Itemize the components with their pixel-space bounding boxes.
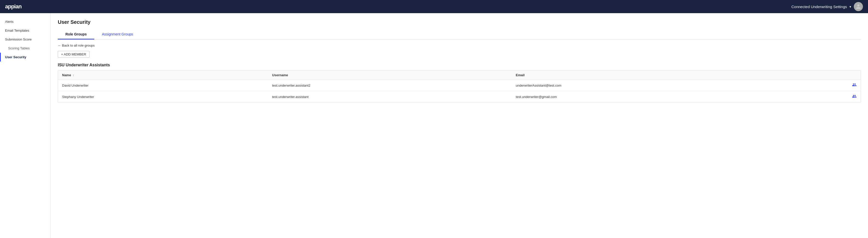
cell-email-1: test.underwriter@gmail.com (512, 91, 794, 103)
cell-name-1: Stephany Underwriter (58, 91, 268, 103)
table-row: Stephany Underwriter test.underwriter.as… (58, 91, 861, 103)
sidebar: Alerts Email Templates Submission Score … (0, 13, 51, 238)
sidebar-item-user-security[interactable]: User Security (0, 53, 51, 62)
group-title: ISU Underwriter Assistants (58, 63, 861, 67)
table-row: David Underwriter test.underwriter.assis… (58, 80, 861, 91)
col-header-action (794, 71, 861, 80)
cell-action-0[interactable] (794, 80, 861, 91)
tab-role-groups[interactable]: Role Groups (58, 30, 94, 39)
col-header-name: Name ↑ (58, 71, 268, 80)
settings-dropdown[interactable]: ▾ (849, 5, 851, 9)
sidebar-item-alerts[interactable]: Alerts (0, 17, 51, 26)
cell-username-0: test.underwriter.assistant2 (268, 80, 512, 91)
back-to-role-groups-link[interactable]: ← Back to all role groups (58, 43, 861, 47)
app-header: appian Connected Underwriting Settings ▾ (0, 0, 868, 13)
members-table: Name ↑ Username Email (58, 71, 861, 102)
avatar[interactable] (854, 2, 863, 11)
cell-action-1[interactable] (794, 91, 861, 103)
appian-logo: appian (5, 3, 22, 10)
main-content: User Security Role Groups Assignment Gro… (51, 13, 868, 238)
col-header-email: Email (512, 71, 794, 80)
cell-email-0: underwriterAssistant@test.com (512, 80, 794, 91)
sort-icon[interactable]: ↑ (72, 74, 74, 77)
cell-name-0: David Underwriter (58, 80, 268, 91)
sidebar-item-submission-score[interactable]: Submission Score (0, 35, 51, 44)
tab-bar: Role Groups Assignment Groups (58, 30, 861, 39)
table-header-row: Name ↑ Username Email (58, 71, 861, 80)
sidebar-item-scoring-tables[interactable]: Scoring Tables (0, 44, 51, 53)
tab-content: ← Back to all role groups + ADD MEMBER I… (58, 39, 861, 107)
header-left: appian (5, 3, 22, 10)
header-right: Connected Underwriting Settings ▾ (792, 2, 863, 11)
cell-username-1: test.underwriter.assistant (268, 91, 512, 103)
app-layout: Alerts Email Templates Submission Score … (0, 13, 868, 238)
col-header-username: Username (268, 71, 512, 80)
tab-assignment-groups[interactable]: Assignment Groups (94, 30, 141, 39)
members-table-container: Name ↑ Username Email (58, 70, 861, 103)
page-title: User Security (58, 19, 861, 25)
app-title: Connected Underwriting Settings (792, 5, 847, 9)
add-member-button[interactable]: + ADD MEMBER (58, 51, 90, 58)
sidebar-item-email-templates[interactable]: Email Templates (0, 26, 51, 35)
